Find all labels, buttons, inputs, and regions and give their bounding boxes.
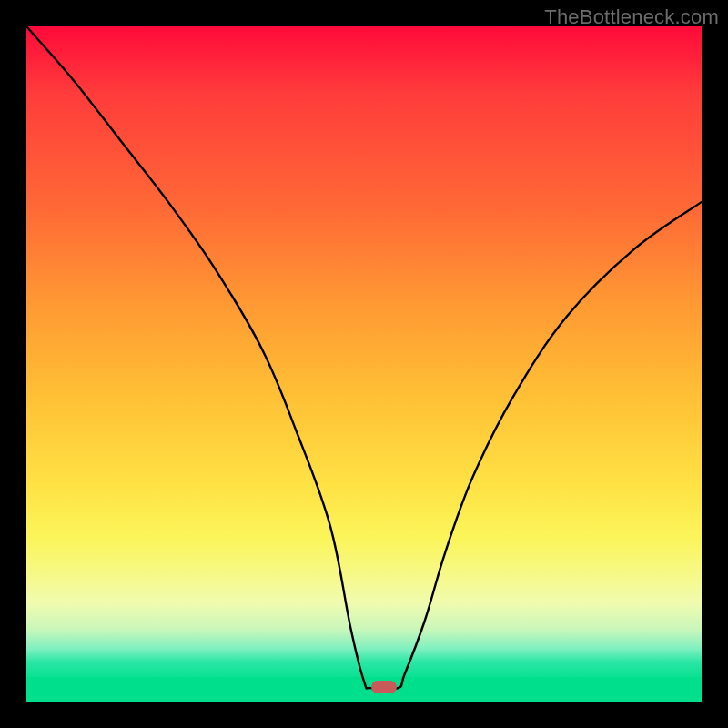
chart-frame: TheBottleneck.com bbox=[0, 0, 728, 728]
curve-path bbox=[26, 26, 702, 690]
bottleneck-curve bbox=[26, 26, 702, 702]
optimal-marker bbox=[371, 681, 397, 693]
watermark-text: TheBottleneck.com bbox=[544, 5, 719, 29]
plot-area bbox=[26, 26, 702, 702]
